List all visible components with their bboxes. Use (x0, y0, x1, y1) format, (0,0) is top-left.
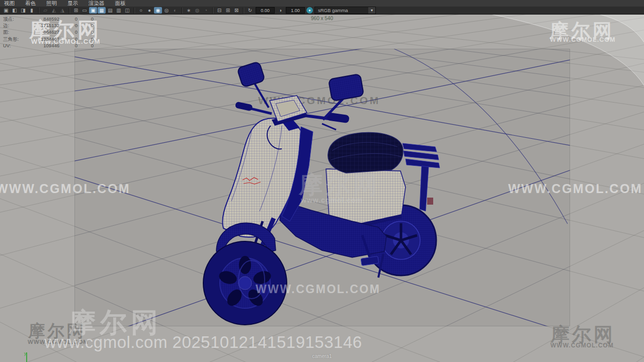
toolbar-separator (243, 8, 244, 14)
color-space-select[interactable]: sRGB gamma▾ (314, 7, 376, 14)
hud-row: 面:86462700 (3, 29, 94, 35)
rear-rack (403, 143, 440, 211)
tail-light (427, 198, 433, 205)
axis-gizmo: y x z (12, 337, 47, 362)
wireframe-icon[interactable]: ○ (137, 7, 145, 14)
resolution-gate-icon[interactable]: ▣ (89, 7, 97, 14)
menu-item-5[interactable]: 面板 (115, 0, 126, 7)
hud-v3: 0 (77, 22, 94, 29)
toolbar-separator (38, 8, 39, 14)
viewport-canvas[interactable]: WWW.CGMOL.COM (0, 14, 644, 362)
front-wheel (203, 241, 287, 325)
lights-icon[interactable]: ∗ (185, 7, 193, 14)
grid-outside-gate (0, 14, 644, 362)
panel-menubar: 视图着色照明显示渲染器面板 (0, 0, 644, 7)
menu-item-3[interactable]: 显示 (67, 0, 78, 7)
exposure-field[interactable]: 0.00 (256, 7, 275, 14)
hud-label: 边: (3, 22, 31, 29)
smooth-shade-icon[interactable]: ● (145, 7, 153, 14)
maya-viewport-window: 视图着色照明显示渲染器面板 ▣◧◨▮▱◭◮⊞▭▣▦▤▥◫○●◉◎◐∗◍◔⊟⊞⊠↻… (0, 0, 644, 362)
hud-label: UV: (3, 42, 31, 49)
hud-v1: 1334467 (31, 36, 59, 42)
menu-item-4[interactable]: 渲染器 (89, 0, 105, 7)
safe-action-icon[interactable]: ▥ (115, 7, 123, 14)
hud-v1: 864627 (31, 29, 59, 35)
contrast-field[interactable]: 1.00 (286, 7, 305, 14)
seat (328, 133, 403, 173)
chevron-down-icon: ▾ (368, 7, 375, 14)
scene-svg: WWW.CGMOL.COM (0, 14, 644, 362)
hud-v1: 1715132 (31, 22, 59, 29)
occlusion-icon[interactable]: ◍ (193, 7, 201, 14)
gate-mask-icon[interactable]: ▦ (98, 7, 106, 14)
hud-v1: 109446 (31, 42, 59, 49)
left-mirror (237, 61, 265, 87)
camera-attributes-icon[interactable]: ◧ (11, 7, 19, 14)
hud-v3: 0 (77, 36, 94, 42)
isolate-select-icon[interactable]: ⊠ (232, 7, 240, 14)
resolution-gate-border (75, 49, 570, 326)
shadows-icon[interactable]: ◐ (171, 7, 179, 14)
contrast-icon[interactable]: ◑ (276, 7, 284, 14)
panel-toolbar: ▣◧◨▮▱◭◮⊞▭▣▦▤▥◫○●◉◎◐∗◍◔⊟⊞⊠↻0.00◑1.00●sRGB… (0, 7, 644, 14)
hud-v2: 0 (59, 42, 77, 49)
stereo-view-icon[interactable]: ◮ (58, 7, 66, 14)
color-space-value: sRGB gamma (315, 8, 368, 13)
toolbar-separator (134, 8, 134, 14)
grid-inside-gate (0, 14, 644, 362)
motion-blur-icon[interactable]: ◔ (202, 7, 210, 14)
pane-four-icon[interactable]: ⊞ (224, 7, 232, 14)
hud-label: 三角形: (3, 36, 31, 42)
camera-bookmark-icon[interactable]: ◨ (19, 7, 27, 14)
hud-v2: 0 (59, 36, 77, 42)
camera-name-label: camera1 (0, 353, 644, 359)
textured-icon[interactable]: ◉ (154, 7, 162, 14)
hud-v3: 0 (77, 42, 94, 49)
hud-row: 三角形:133446700 (3, 36, 94, 42)
hud-row: UV:10944600 (3, 42, 94, 49)
menu-item-2[interactable]: 照明 (46, 0, 57, 7)
hud-label: 面: (3, 29, 31, 35)
toolbar-separator (212, 8, 213, 14)
hud-v3: 0 (77, 29, 94, 35)
toolbar-separator (69, 8, 69, 14)
hud-v2: 0 (59, 22, 77, 29)
menu-item-1[interactable]: 着色 (25, 0, 36, 7)
exposure-icon[interactable]: ↻ (246, 7, 254, 14)
resolution-gate-label: 960 x 540 (0, 16, 644, 21)
grid-icon[interactable]: ⊞ (72, 7, 80, 14)
select-camera-icon[interactable]: ▣ (2, 7, 10, 14)
y-axis-label: y (24, 351, 27, 356)
bookmark-icon[interactable]: ▮ (28, 7, 36, 14)
panel-header: 视图着色照明显示渲染器面板 ▣◧◨▮▱◭◮⊞▭▣▦▤▥◫○●◉◎◐∗◍◔⊟⊞⊠↻… (0, 0, 644, 15)
image-plane-icon[interactable]: ▱ (41, 7, 49, 14)
left-grip (235, 102, 253, 112)
color-management-icon[interactable]: ● (306, 7, 313, 14)
menu-item-0[interactable]: 视图 (4, 0, 15, 7)
field-chart-icon[interactable]: ▤ (106, 7, 114, 14)
pane-single-icon[interactable]: ⊟ (215, 7, 223, 14)
default-material-icon[interactable]: ◎ (163, 7, 171, 14)
film-gate-icon[interactable]: ▭ (80, 7, 89, 14)
toolbar-separator (182, 8, 182, 14)
hud-v2: 0 (59, 29, 77, 35)
view-cube-icon[interactable]: ◭ (50, 7, 58, 14)
hud-row: 边:171513200 (3, 22, 94, 29)
safe-title-icon[interactable]: ◫ (123, 7, 131, 14)
